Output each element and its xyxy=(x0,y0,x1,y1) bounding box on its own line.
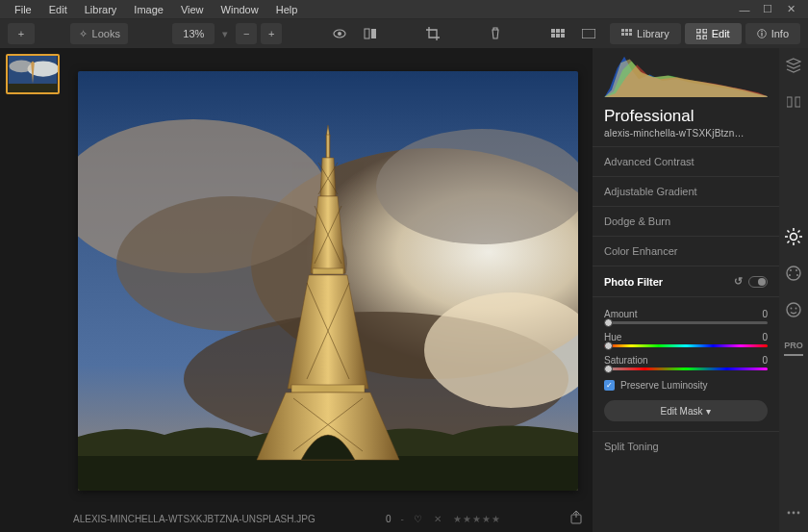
canvas xyxy=(63,48,592,505)
svg-point-32 xyxy=(376,129,578,244)
chevron-down-icon: ▾ xyxy=(706,406,711,417)
right-rail: PRO xyxy=(779,48,808,532)
svg-line-56 xyxy=(798,241,800,243)
preserve-luminosity-row[interactable]: ✓ Preserve Luminosity xyxy=(604,380,768,391)
svg-rect-17 xyxy=(696,29,700,33)
visibility-toggle[interactable] xyxy=(748,276,768,288)
toolbar: + ✧ Looks 13% ▾ − + Library Edit xyxy=(0,19,808,48)
add-button[interactable]: + xyxy=(8,23,35,44)
histogram[interactable] xyxy=(593,48,779,101)
svg-rect-28 xyxy=(78,71,578,491)
zoom-value[interactable]: 13% xyxy=(172,23,215,44)
creative-icon[interactable] xyxy=(784,264,803,283)
maximize-button[interactable]: ☐ xyxy=(756,1,779,18)
svg-rect-9 xyxy=(561,34,565,38)
svg-point-64 xyxy=(787,303,800,317)
zoom-in-button[interactable]: + xyxy=(261,23,282,44)
menu-file[interactable]: File xyxy=(6,2,40,17)
svg-point-69 xyxy=(797,512,800,515)
svg-rect-6 xyxy=(561,29,565,33)
pro-icon[interactable]: PRO xyxy=(784,337,803,356)
svg-point-60 xyxy=(790,269,792,271)
compare-rail-icon[interactable] xyxy=(784,92,803,112)
svg-rect-14 xyxy=(621,33,624,36)
svg-point-31 xyxy=(116,196,347,331)
menu-image[interactable]: Image xyxy=(125,2,172,17)
svg-point-67 xyxy=(788,512,791,515)
filter-photo-filter[interactable]: Photo Filter ↺ xyxy=(593,266,779,296)
thumbnail-1[interactable] xyxy=(6,54,60,94)
svg-rect-37 xyxy=(313,268,343,274)
essentials-icon[interactable] xyxy=(784,227,803,246)
menu-help[interactable]: Help xyxy=(267,2,307,17)
hue-slider[interactable] xyxy=(604,344,768,347)
svg-rect-2 xyxy=(365,29,369,38)
svg-point-30 xyxy=(78,119,328,273)
export-icon[interactable] xyxy=(570,511,582,526)
svg-point-21 xyxy=(757,30,766,38)
amount-slider[interactable] xyxy=(604,321,768,324)
saturation-slider[interactable] xyxy=(604,367,768,370)
filter-split-toning[interactable]: Split Toning xyxy=(593,431,779,461)
zoom-out-button[interactable]: − xyxy=(236,23,257,44)
svg-rect-24 xyxy=(9,56,58,92)
menu-view[interactable]: View xyxy=(172,2,213,17)
more-icon[interactable] xyxy=(784,503,803,522)
layers-icon[interactable] xyxy=(784,56,803,75)
filter-adjustable-gradient[interactable]: Adjustable Gradient xyxy=(593,176,779,206)
svg-rect-18 xyxy=(703,29,707,33)
filename-label: ALEXIS-MINCHELLA-WTSXKJBTZNA-UNSPLASH.JP… xyxy=(73,514,316,524)
preview-toggle[interactable] xyxy=(326,23,353,44)
reset-icon[interactable]: ↺ xyxy=(734,275,743,288)
tab-library[interactable]: Library xyxy=(610,23,681,44)
tab-edit[interactable]: Edit xyxy=(685,23,742,44)
svg-point-25 xyxy=(28,61,58,76)
menu-library[interactable]: Library xyxy=(76,2,126,17)
svg-point-23 xyxy=(761,31,763,33)
filter-color-enhancer[interactable]: Color Enhancer xyxy=(593,236,779,266)
filter-dodge-burn[interactable]: Dodge & Burn xyxy=(593,206,779,236)
zoom-chevron-icon[interactable]: ▾ xyxy=(222,28,228,40)
star-rating[interactable]: ★★★★★ xyxy=(453,514,500,524)
saturation-value: 0 xyxy=(762,355,768,366)
main-photo[interactable] xyxy=(78,71,578,491)
svg-rect-48 xyxy=(787,97,792,107)
menu-window[interactable]: Window xyxy=(213,2,267,17)
preserve-luminosity-label: Preserve Luminosity xyxy=(620,380,708,391)
svg-line-55 xyxy=(788,231,790,233)
close-button[interactable]: ✕ xyxy=(779,1,802,18)
panel-subtitle: alexis-minchella-wTSXKjBtzn… xyxy=(593,128,779,146)
minimize-button[interactable]: — xyxy=(733,1,756,18)
svg-point-68 xyxy=(793,512,795,515)
svg-rect-47 xyxy=(571,515,581,523)
svg-line-45 xyxy=(318,163,338,194)
svg-rect-16 xyxy=(629,33,632,36)
svg-point-61 xyxy=(795,269,797,271)
checkbox-icon: ✓ xyxy=(604,380,615,391)
svg-line-57 xyxy=(788,241,790,243)
grid-view-button[interactable] xyxy=(544,23,571,44)
slider-hue: Hue0 xyxy=(604,332,768,347)
tab-info[interactable]: Info xyxy=(745,23,800,44)
svg-rect-10 xyxy=(582,29,595,38)
compare-button[interactable] xyxy=(357,23,384,44)
edit-mask-button[interactable]: Edit Mask ▾ xyxy=(604,400,768,421)
svg-point-29 xyxy=(251,148,578,379)
menu-edit[interactable]: Edit xyxy=(40,2,76,17)
looks-button[interactable]: ✧ Looks xyxy=(70,23,128,44)
svg-rect-19 xyxy=(696,36,700,39)
menubar: File Edit Library Image View Window Help… xyxy=(0,0,808,19)
panel-title: Professional xyxy=(593,101,779,128)
x-icon[interactable]: ✕ xyxy=(434,514,442,524)
crop-button[interactable] xyxy=(419,23,446,44)
portrait-icon[interactable] xyxy=(784,300,803,319)
filter-advanced-contrast[interactable]: Advanced Contrast xyxy=(593,146,779,176)
single-view-button[interactable] xyxy=(575,23,602,44)
svg-point-62 xyxy=(796,274,798,276)
svg-point-65 xyxy=(791,308,793,310)
heart-icon[interactable]: ♡ xyxy=(414,514,422,524)
erase-button[interactable] xyxy=(482,23,509,44)
svg-line-42 xyxy=(307,283,349,379)
svg-rect-15 xyxy=(625,33,628,36)
svg-point-33 xyxy=(184,312,568,446)
